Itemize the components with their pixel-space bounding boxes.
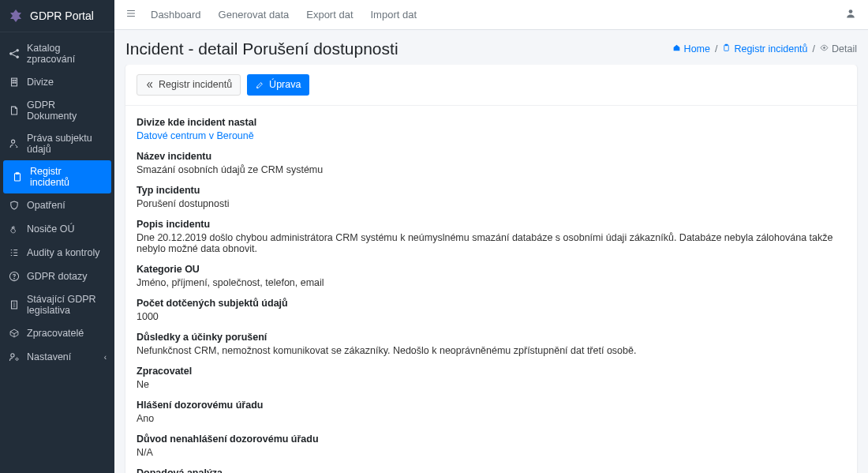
- sidebar-item-label: Katalog zpracování: [27, 43, 107, 65]
- law-icon: [8, 298, 21, 311]
- sidebar: GDPR Portal Katalog zpracováníDivizeGDPR…: [0, 0, 114, 473]
- brand-title: GDPR Portal: [30, 9, 94, 22]
- sidebar-item-clipboard[interactable]: Registr incidentů: [3, 160, 111, 193]
- list-check-icon: [8, 246, 21, 259]
- topnav-link[interactable]: Import dat: [371, 9, 417, 21]
- sidebar-item-question[interactable]: GDPR dotazy: [0, 265, 114, 288]
- division-link[interactable]: Datové centrum v Berouně: [137, 130, 846, 141]
- sidebar-item-label: Nastavení: [27, 351, 71, 362]
- field-count: Počet dotčených subjektů údajů 1000: [137, 298, 846, 322]
- content-header: Incident - detail Porušení dostupnosti H…: [114, 30, 868, 65]
- hand-icon: [8, 223, 21, 235]
- sidebar-item-doc[interactable]: GDPR Dokumenty: [0, 94, 114, 127]
- breadcrumb-sep: /: [715, 43, 717, 54]
- field-reason: Důvod nenahlášení dozorovému úřadu N/A: [137, 434, 846, 458]
- box-icon: [8, 327, 21, 340]
- user-edit-icon: [8, 137, 21, 150]
- topnav-link[interactable]: Dashboard: [151, 9, 201, 21]
- sidebar-item-building[interactable]: Divize: [0, 70, 114, 94]
- sidebar-item-users-cog[interactable]: Nastavení‹: [0, 345, 114, 369]
- users-cog-icon: [8, 351, 21, 363]
- field-name: Název incidentu Smazání osobních údajů z…: [137, 151, 846, 175]
- sidebar-item-label: GDPR Dokumenty: [27, 99, 107, 122]
- topnav: DashboardGenerovat dataExport datImport …: [151, 9, 417, 21]
- detail-card: Registr incidentů Úprava Divize kde inci…: [125, 65, 857, 473]
- menu-toggle-icon[interactable]: [125, 8, 137, 21]
- shield-icon: [8, 199, 21, 212]
- back-button[interactable]: Registr incidentů: [137, 74, 241, 96]
- breadcrumb: Home / Registr incidentů / Detail: [672, 43, 857, 54]
- breadcrumb-registry[interactable]: Registr incidentů: [722, 43, 807, 54]
- sidebar-item-label: Divize: [27, 77, 54, 88]
- field-division: Divize kde incident nastal Datové centru…: [137, 117, 846, 141]
- sidebar-item-hand[interactable]: Nosiče OÚ: [0, 217, 114, 241]
- sidebar-item-label: Nosiče OÚ: [27, 223, 74, 235]
- sidebar-item-label: Audity a kontroly: [27, 247, 99, 258]
- sidebar-item-label: Zpracovatelé: [27, 328, 84, 339]
- field-report: Hlášení dozorovému úřadu Ano: [137, 400, 846, 424]
- breadcrumb-sep: /: [813, 43, 815, 54]
- sidebar-item-share[interactable]: Katalog zpracování: [0, 37, 114, 70]
- question-icon: [8, 270, 21, 283]
- sidebar-nav: Katalog zpracováníDivizeGDPR DokumentyPr…: [0, 32, 114, 374]
- topbar: DashboardGenerovat dataExport datImport …: [114, 0, 868, 30]
- sidebar-item-label: Opatření: [27, 200, 65, 211]
- sidebar-item-shield[interactable]: Opatření: [0, 193, 114, 217]
- sidebar-item-label: GDPR dotazy: [27, 271, 87, 282]
- share-icon: [8, 47, 21, 60]
- card-header: Registr incidentů Úprava: [125, 65, 857, 106]
- sidebar-item-law[interactable]: Stávající GDPR legislativa: [0, 288, 114, 321]
- card-body: Divize kde incident nastal Datové centru…: [125, 106, 857, 474]
- chevron-left-icon: ‹: [104, 353, 107, 362]
- breadcrumb-current: Detail: [820, 43, 857, 54]
- sidebar-item-box[interactable]: Zpracovatelé: [0, 321, 114, 345]
- sidebar-item-list-check[interactable]: Audity a kontroly: [0, 241, 114, 265]
- doc-icon: [8, 104, 21, 117]
- user-menu-icon[interactable]: [844, 7, 857, 22]
- building-icon: [8, 76, 21, 88]
- field-impact: Dopadová analýza: [137, 467, 846, 474]
- content: Registr incidentů Úprava Divize kde inci…: [114, 65, 868, 473]
- sidebar-item-label: Registr incidentů: [30, 166, 103, 188]
- field-processor: Zpracovatel Ne: [137, 366, 846, 390]
- main: DashboardGenerovat dataExport datImport …: [114, 0, 868, 473]
- edit-button[interactable]: Úprava: [247, 74, 309, 96]
- sidebar-item-label: Stávající GDPR legislativa: [27, 294, 107, 316]
- sidebar-item-user-edit[interactable]: Práva subjektu údajů: [0, 127, 114, 160]
- page-title: Incident - detail Porušení dostupnosti: [125, 39, 398, 58]
- topnav-link[interactable]: Generovat data: [219, 9, 290, 21]
- field-description: Popis incidentu Dne 20.12.2019 došlo chy…: [137, 219, 846, 254]
- brand-logo-icon: [8, 8, 24, 24]
- field-type: Typ incidentu Porušení dostupnosti: [137, 185, 846, 209]
- brand[interactable]: GDPR Portal: [0, 0, 114, 32]
- breadcrumb-home[interactable]: Home: [672, 43, 710, 54]
- field-effects: Důsledky a účinky porušení Nefunkčnost C…: [137, 332, 846, 356]
- clipboard-icon: [11, 171, 24, 183]
- field-category: Kategorie OU Jméno, příjmení, společnost…: [137, 264, 846, 288]
- topnav-link[interactable]: Export dat: [306, 9, 353, 21]
- sidebar-item-label: Práva subjektu údajů: [27, 133, 107, 155]
